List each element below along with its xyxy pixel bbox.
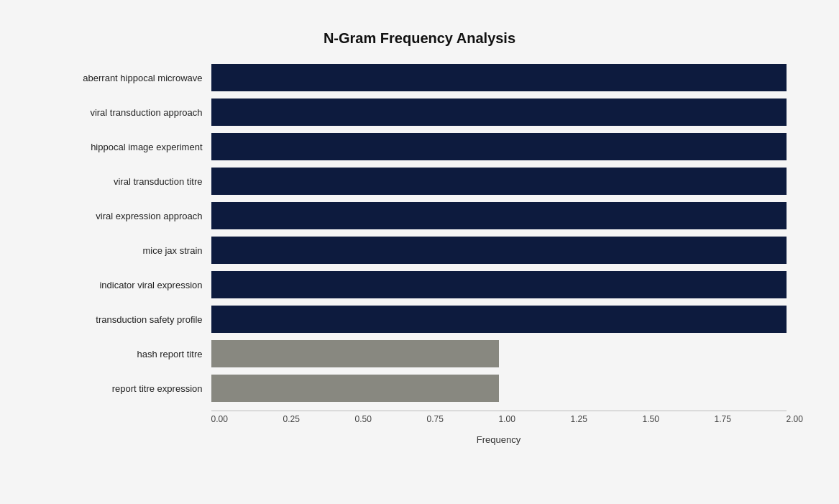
bar-label: aberrant hippocal microwave bbox=[53, 73, 211, 83]
bar-row: aberrant hippocal microwave bbox=[53, 61, 787, 94]
bar-label: viral transduction approach bbox=[53, 107, 211, 118]
bar-label: report titre expression bbox=[53, 383, 211, 394]
bar-label: viral expression approach bbox=[53, 211, 211, 221]
bar-fill bbox=[211, 271, 787, 298]
bar-track bbox=[211, 133, 787, 160]
bar-fill bbox=[211, 64, 787, 91]
x-axis-line bbox=[211, 411, 787, 411]
bar-track bbox=[211, 168, 787, 195]
bar-label: indicator viral expression bbox=[53, 280, 211, 290]
x-axis-ticks: 0.000.250.500.751.001.251.501.752.00 bbox=[211, 414, 787, 424]
bar-row: report titre expression bbox=[53, 372, 787, 405]
bar-track bbox=[211, 237, 787, 264]
bar-row: viral expression approach bbox=[53, 199, 787, 232]
bar-label: transduction safety profile bbox=[53, 314, 211, 325]
bar-fill bbox=[211, 375, 499, 402]
bar-row: hash report titre bbox=[53, 337, 787, 370]
bar-track bbox=[211, 271, 787, 298]
bar-row: viral transduction titre bbox=[53, 165, 787, 198]
bar-row: indicator viral expression bbox=[53, 268, 787, 301]
bar-row: hippocal image experiment bbox=[53, 130, 787, 163]
bar-fill bbox=[211, 202, 787, 229]
bar-fill bbox=[211, 98, 787, 126]
chart-area: aberrant hippocal microwaveviral transdu… bbox=[53, 61, 787, 406]
bar-track bbox=[211, 375, 787, 402]
bar-label: viral transduction titre bbox=[53, 176, 211, 187]
bar-label: mice jax strain bbox=[53, 245, 211, 256]
bar-label: hippocal image experiment bbox=[53, 142, 211, 152]
bar-row: viral transduction approach bbox=[53, 96, 787, 129]
bar-fill bbox=[211, 340, 499, 367]
bar-fill bbox=[211, 133, 787, 160]
bar-row: mice jax strain bbox=[53, 234, 787, 267]
bar-track bbox=[211, 64, 787, 91]
bar-row: transduction safety profile bbox=[53, 303, 787, 336]
bar-track bbox=[211, 340, 787, 367]
x-axis-label: Frequency bbox=[211, 434, 787, 445]
bar-fill bbox=[211, 237, 787, 264]
bar-fill bbox=[211, 168, 787, 195]
bar-label: hash report titre bbox=[53, 349, 211, 359]
bar-track bbox=[211, 306, 787, 333]
bar-fill bbox=[211, 306, 787, 333]
bar-track bbox=[211, 98, 787, 126]
bar-track bbox=[211, 202, 787, 229]
x-axis-container: 0.000.250.500.751.001.251.501.752.00 Fre… bbox=[211, 411, 787, 445]
chart-container: N-Gram Frequency Analysis aberrant hippo… bbox=[24, 16, 815, 488]
chart-title: N-Gram Frequency Analysis bbox=[53, 30, 787, 47]
